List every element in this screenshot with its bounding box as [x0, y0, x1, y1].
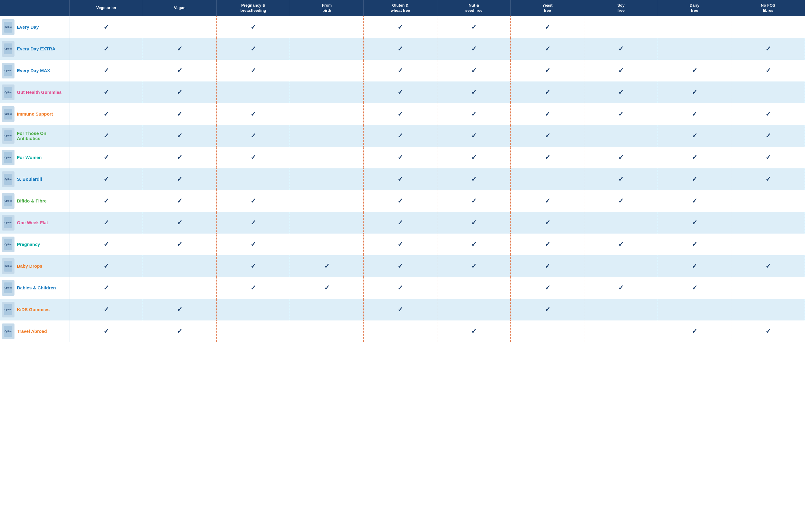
check-mark: ✓: [397, 110, 403, 118]
cell-dairy: ✓: [658, 277, 731, 299]
cell-soy: [584, 255, 658, 277]
product-name: Bifido & Fibre: [17, 198, 46, 203]
comparison-table: VegetarianVeganPregnancy & breastfeeding…: [0, 0, 805, 342]
cell-yeast: ✓: [511, 16, 584, 38]
product-column-header: [0, 0, 70, 16]
cell-pregnancy: ✓: [217, 233, 290, 255]
product-name: Gut Health Gummies: [17, 90, 61, 95]
check-mark: ✓: [250, 262, 256, 270]
cell-nut: ✓: [437, 168, 511, 190]
col-header-soy: Soy free: [584, 0, 658, 16]
cell-soy: [584, 299, 658, 321]
cell-from_birth: ✓: [290, 277, 364, 299]
product-image: Optibac: [2, 63, 15, 78]
cell-fos: [731, 81, 805, 103]
svg-text:Optibac: Optibac: [4, 200, 12, 202]
cell-nut: ✓: [437, 16, 511, 38]
check-mark: ✓: [545, 284, 550, 291]
check-mark: ✓: [397, 154, 403, 161]
cell-nut: ✓: [437, 103, 511, 125]
check-mark: ✓: [471, 154, 476, 161]
col-header-vegetarian: Vegetarian: [70, 0, 143, 16]
check-mark: ✓: [765, 67, 771, 74]
product-image: Optibac: [2, 323, 15, 339]
product-name: Every Day MAX: [17, 68, 50, 73]
cell-yeast: ✓: [511, 255, 584, 277]
product-cell: OptibacFor Those On Antibiotics: [0, 125, 70, 147]
cell-vegetarian: ✓: [70, 38, 143, 60]
cell-nut: [437, 299, 511, 321]
check-mark: ✓: [177, 327, 182, 335]
check-mark: ✓: [692, 110, 697, 118]
check-mark: ✓: [250, 132, 256, 139]
svg-text:Optibac: Optibac: [4, 70, 12, 72]
product-cell: OptibacBifido & Fibre: [0, 190, 70, 212]
product-image: Optibac: [2, 171, 15, 187]
product-cell: OptibacKiDS Gummies: [0, 299, 70, 321]
check-mark: ✓: [471, 197, 476, 205]
check-mark: ✓: [397, 132, 403, 139]
check-mark: ✓: [471, 23, 476, 31]
cell-fos: ✓: [731, 38, 805, 60]
cell-nut: ✓: [437, 212, 511, 233]
cell-soy: ✓: [584, 168, 658, 190]
cell-nut: ✓: [437, 321, 511, 342]
table-row: OptibacFor Women✓✓✓✓✓✓✓✓✓: [0, 147, 805, 168]
cell-yeast: ✓: [511, 233, 584, 255]
check-mark: ✓: [471, 110, 476, 118]
table-row: OptibacOne Week Flat✓✓✓✓✓✓✓: [0, 212, 805, 233]
check-mark: ✓: [545, 23, 550, 31]
check-mark: ✓: [471, 175, 476, 183]
product-image: Optibac: [2, 193, 15, 209]
cell-vegan: ✓: [143, 168, 217, 190]
cell-vegetarian: ✓: [70, 233, 143, 255]
cell-soy: [584, 16, 658, 38]
check-mark: ✓: [692, 89, 697, 96]
cell-dairy: ✓: [658, 168, 731, 190]
product-cell: OptibacEvery Day EXTRA: [0, 38, 70, 60]
check-mark: ✓: [618, 45, 623, 53]
product-image: Optibac: [2, 41, 15, 57]
svg-text:Optibac: Optibac: [4, 135, 12, 137]
check-mark: ✓: [104, 110, 109, 118]
cell-dairy: ✓: [658, 147, 731, 168]
cell-dairy: ✓: [658, 125, 731, 147]
cell-gluten: ✓: [364, 212, 437, 233]
table-row: OptibacKiDS Gummies✓✓✓✓: [0, 299, 805, 321]
product-cell: OptibacS. Boulardii: [0, 168, 70, 190]
cell-fos: [731, 16, 805, 38]
cell-vegan: ✓: [143, 299, 217, 321]
cell-soy: [584, 212, 658, 233]
cell-vegetarian: ✓: [70, 60, 143, 81]
cell-vegetarian: ✓: [70, 147, 143, 168]
check-mark: ✓: [104, 89, 109, 96]
cell-yeast: ✓: [511, 277, 584, 299]
check-mark: ✓: [618, 197, 623, 205]
svg-text:Optibac: Optibac: [4, 91, 12, 94]
check-mark: ✓: [397, 241, 403, 248]
cell-pregnancy: [217, 168, 290, 190]
check-mark: ✓: [177, 175, 182, 183]
check-mark: ✓: [618, 175, 623, 183]
check-mark: ✓: [618, 110, 623, 118]
cell-from_birth: [290, 190, 364, 212]
check-mark: ✓: [250, 197, 256, 205]
cell-vegan: [143, 16, 217, 38]
cell-pregnancy: ✓: [217, 60, 290, 81]
cell-vegetarian: ✓: [70, 212, 143, 233]
check-mark: ✓: [177, 219, 182, 226]
col-header-yeast: Yeast free: [511, 0, 584, 16]
cell-gluten: ✓: [364, 299, 437, 321]
cell-yeast: [511, 168, 584, 190]
check-mark: ✓: [692, 132, 697, 139]
check-mark: ✓: [177, 154, 182, 161]
cell-yeast: ✓: [511, 60, 584, 81]
table-row: OptibacImmune Support✓✓✓✓✓✓✓✓✓: [0, 103, 805, 125]
check-mark: ✓: [104, 175, 109, 183]
cell-nut: ✓: [437, 190, 511, 212]
product-name: KiDS Gummies: [17, 307, 50, 312]
cell-vegan: [143, 255, 217, 277]
table-row: OptibacBifido & Fibre✓✓✓✓✓✓✓✓: [0, 190, 805, 212]
check-mark: ✓: [545, 154, 550, 161]
cell-vegan: ✓: [143, 125, 217, 147]
